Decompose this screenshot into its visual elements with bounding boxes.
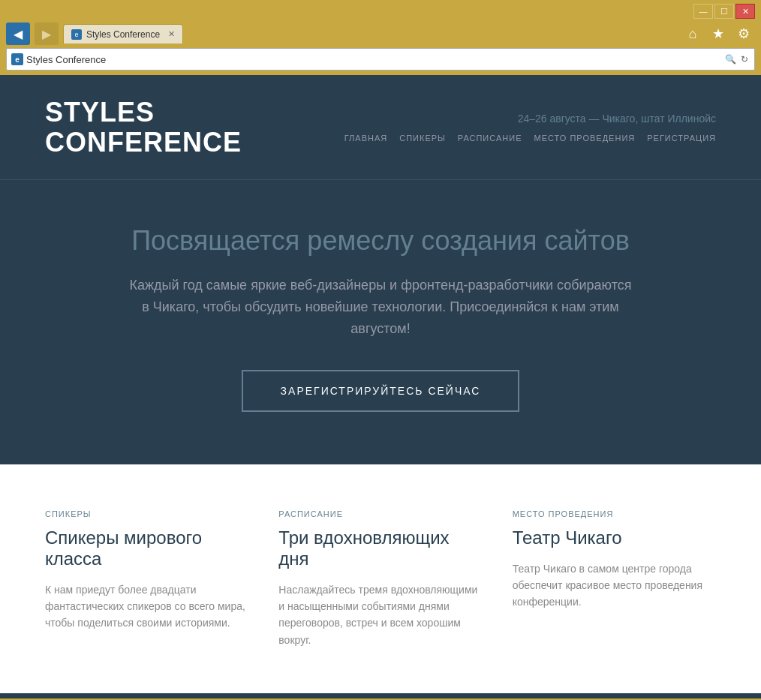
hero-body: Каждый год самые яркие веб-дизайнеры и ф… <box>125 275 636 339</box>
hero-heading: Посвящается ремеслу создания сайтов <box>45 225 716 257</box>
site-logo: STYLES CONFERENCE <box>45 98 242 157</box>
logo-text: STYLES CONFERENCE <box>45 98 242 157</box>
feature-category-schedule: РАСПИСАНИЕ <box>278 509 482 518</box>
address-favicon: e <box>11 53 23 65</box>
minimize-button[interactable]: — <box>693 4 713 19</box>
register-button[interactable]: ЗАРЕГИСТРИРУЙТЕСЬ СЕЙЧАС <box>242 370 520 412</box>
feature-desc-venue: Театр Чикаго в самом центре города обесп… <box>513 560 716 611</box>
search-button[interactable]: 🔍 <box>723 53 738 66</box>
maximize-button[interactable]: ☐ <box>714 4 734 19</box>
settings-button[interactable]: ⚙ <box>732 23 755 45</box>
browser-tab[interactable]: e Styles Conference ✕ <box>63 24 183 44</box>
site-nav: ГЛАВНАЯ СПИКЕРЫ РАСПИСАНИЕ МЕСТО ПРОВЕДЕ… <box>344 134 716 143</box>
forward-button[interactable]: ▶ <box>35 23 59 45</box>
feature-desc-speakers: К нам приедут более двадцати фантастичес… <box>45 581 248 632</box>
header-right: 24–26 августа — Чикаго, штат Иллинойс ГЛ… <box>344 113 716 143</box>
features-section: СПИКЕРЫ Спикеры мирового класса К нам пр… <box>0 464 761 694</box>
site-footer: © Styles Conference Главная Спикеры Расп… <box>0 693 761 698</box>
address-actions: 🔍 ↻ <box>723 53 750 66</box>
tab-title: Styles Conference <box>86 29 160 40</box>
event-date: 24–26 августа — Чикаго, штат Иллинойс <box>344 113 716 125</box>
feature-speakers: СПИКЕРЫ Спикеры мирового класса К нам пр… <box>45 509 248 649</box>
address-input[interactable] <box>26 54 720 65</box>
favorites-button[interactable]: ★ <box>707 23 729 45</box>
tab-close-button[interactable]: ✕ <box>168 29 175 39</box>
title-bar: — ☐ ✕ <box>0 0 761 23</box>
address-bar[interactable]: e 🔍 ↻ <box>6 48 755 71</box>
close-button[interactable]: ✕ <box>735 4 755 19</box>
window-controls: — ☐ ✕ <box>693 4 755 19</box>
feature-venue: МЕСТО ПРОВЕДЕНИЯ Театр Чикаго Театр Чика… <box>513 509 716 649</box>
nav-venue[interactable]: МЕСТО ПРОВЕДЕНИЯ <box>534 134 636 143</box>
feature-title-venue: Театр Чикаго <box>513 527 716 548</box>
feature-category-speakers: СПИКЕРЫ <box>45 509 248 518</box>
tab-favicon: e <box>71 29 82 40</box>
website-content: STYLES CONFERENCE 24–26 августа — Чикаго… <box>0 75 761 698</box>
tab-bar: ◀ ▶ e Styles Conference ✕ ⌂ ★ ⚙ <box>0 23 761 45</box>
refresh-button[interactable]: ↻ <box>739 53 750 66</box>
home-button[interactable]: ⌂ <box>681 23 704 45</box>
nav-home[interactable]: ГЛАВНАЯ <box>344 134 387 143</box>
feature-schedule: РАСПИСАНИЕ Три вдохновляющих дня Наслажд… <box>278 509 482 649</box>
nav-speakers[interactable]: СПИКЕРЫ <box>399 134 446 143</box>
back-button[interactable]: ◀ <box>6 23 30 45</box>
feature-title-schedule: Три вдохновляющих дня <box>278 527 482 569</box>
feature-title-speakers: Спикеры мирового класса <box>45 527 248 569</box>
nav-schedule[interactable]: РАСПИСАНИЕ <box>458 134 522 143</box>
site-header: STYLES CONFERENCE 24–26 августа — Чикаго… <box>0 75 761 179</box>
hero-section: Посвящается ремеслу создания сайтов Кажд… <box>0 179 761 464</box>
browser-chrome: — ☐ ✕ ◀ ▶ e Styles Conference ✕ ⌂ ★ ⚙ e <box>0 0 761 75</box>
feature-desc-schedule: Наслаждайтесь тремя вдохновляющими и нас… <box>278 581 482 649</box>
browser-toolbar-right: ⌂ ★ ⚙ <box>681 23 755 45</box>
feature-category-venue: МЕСТО ПРОВЕДЕНИЯ <box>513 509 716 518</box>
nav-register[interactable]: РЕГИСТРАЦИЯ <box>647 134 716 143</box>
